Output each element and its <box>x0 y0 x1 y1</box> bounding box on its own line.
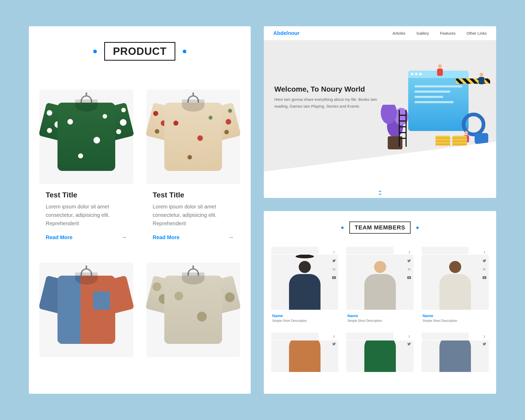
brand-logo[interactable]: Abdelnour <box>273 30 300 36</box>
member-desc: Simple Short Description <box>423 319 488 323</box>
social-links: f <box>482 334 487 346</box>
facebook-icon[interactable]: f <box>332 334 336 339</box>
team-heading: TEAM MEMBERS <box>271 222 489 234</box>
nav-link-other[interactable]: Other Links <box>466 31 487 35</box>
arrow-right-icon: → <box>228 234 234 241</box>
product-image <box>39 262 133 357</box>
dot-icon <box>93 50 97 53</box>
team-heading-text: TEAM MEMBERS <box>349 222 411 234</box>
linkedin-icon[interactable]: in <box>407 267 412 271</box>
nav-links: Articles Gallery Features Other Links <box>392 31 487 35</box>
photo-back-block <box>346 247 393 254</box>
member-photo <box>422 255 489 310</box>
navbar: Abdelnour Articles Gallery Features Othe… <box>264 26 496 40</box>
facebook-icon[interactable]: f <box>407 250 412 255</box>
read-more-link[interactable]: Read More → <box>153 234 234 241</box>
social-links: f <box>332 334 336 346</box>
hero-title: Welcome, To Noury World <box>274 85 379 93</box>
member-name: Name <box>347 313 412 318</box>
chevron-down-icon[interactable]: ⌄⌄ <box>377 190 383 195</box>
youtube-icon[interactable] <box>332 275 336 280</box>
linkedin-icon[interactable]: in <box>482 267 487 271</box>
social-links: f <box>407 334 412 346</box>
facebook-icon[interactable]: f <box>482 250 487 255</box>
products-panel: PRODUCT Test Title Lorem ipsum dolor sit… <box>29 26 251 394</box>
hero-subtitle: Here Iam gonna share everything about my… <box>274 96 379 109</box>
team-panel: TEAM MEMBERS f in <box>264 211 496 394</box>
twitter-icon[interactable] <box>332 342 336 346</box>
member-photo <box>346 255 413 310</box>
product-card[interactable]: Test Title Lorem ipsum dolor sit amet co… <box>39 90 133 248</box>
team-member-card[interactable]: f in Name Simple Short Description <box>422 247 489 324</box>
team-member-card[interactable]: f <box>271 333 338 372</box>
member-photo <box>422 340 489 372</box>
facebook-icon[interactable]: f <box>332 250 336 255</box>
nav-link-features[interactable]: Features <box>440 31 455 35</box>
photo-back-block <box>271 247 318 254</box>
member-photo <box>271 340 338 372</box>
product-image <box>39 90 133 184</box>
product-image <box>146 262 240 357</box>
photo-back-block <box>346 333 393 340</box>
member-name: Name <box>423 313 488 318</box>
product-grid: Test Title Lorem ipsum dolor sit amet co… <box>39 90 240 357</box>
member-name: Name <box>272 313 337 318</box>
product-title: Test Title <box>153 191 234 199</box>
social-links: f in <box>482 250 487 280</box>
product-desc: Lorem ipsum dolor sit amet consectetur, … <box>153 202 234 228</box>
arrow-right-icon: → <box>121 234 127 241</box>
member-photo <box>271 255 338 310</box>
products-heading: PRODUCT <box>39 42 240 61</box>
team-member-card[interactable]: f in Name Simple Short Description <box>271 247 338 324</box>
twitter-icon[interactable] <box>332 258 336 263</box>
twitter-icon[interactable] <box>407 342 412 346</box>
product-desc: Lorem ipsum dolor sit amet consectetur, … <box>46 202 127 228</box>
hero-illustration <box>379 63 492 155</box>
team-member-card[interactable]: f <box>422 333 489 372</box>
facebook-icon[interactable]: f <box>482 334 487 339</box>
social-links: f in <box>332 250 336 280</box>
hero-body: Welcome, To Noury World Here Iam gonna s… <box>264 40 496 172</box>
twitter-icon[interactable] <box>407 258 412 263</box>
member-desc: Simple Short Description <box>272 319 337 323</box>
product-card[interactable] <box>39 262 133 357</box>
linkedin-icon[interactable]: in <box>332 267 336 271</box>
dot-icon <box>183 50 186 53</box>
product-card[interactable] <box>146 262 240 357</box>
dot-icon <box>416 227 419 229</box>
read-more-label: Read More <box>46 234 72 240</box>
hero-panel: Abdelnour Articles Gallery Features Othe… <box>264 26 496 198</box>
photo-back-block <box>422 247 469 254</box>
products-heading-text: PRODUCT <box>104 42 175 61</box>
youtube-icon[interactable] <box>482 275 487 280</box>
twitter-icon[interactable] <box>482 342 487 346</box>
product-card[interactable]: Test Title Lorem ipsum dolor sit amet co… <box>146 90 240 248</box>
member-photo <box>346 340 413 372</box>
facebook-icon[interactable]: f <box>407 334 412 339</box>
read-more-link[interactable]: Read More → <box>46 234 127 241</box>
team-grid: f in Name Simple Short Description <box>271 247 489 372</box>
product-image <box>146 90 240 184</box>
twitter-icon[interactable] <box>482 258 487 263</box>
read-more-label: Read More <box>153 234 180 240</box>
product-title: Test Title <box>46 191 127 199</box>
youtube-icon[interactable] <box>407 275 412 280</box>
team-member-card[interactable]: f in Name Simple Short Description <box>346 247 413 324</box>
member-desc: Simple Short Description <box>347 319 412 323</box>
photo-back-block <box>422 333 469 340</box>
social-links: f in <box>407 250 412 280</box>
photo-back-block <box>271 333 318 340</box>
team-member-card[interactable]: f <box>346 333 413 372</box>
nav-link-gallery[interactable]: Gallery <box>417 31 429 35</box>
nav-link-articles[interactable]: Articles <box>392 31 405 35</box>
dot-icon <box>341 227 344 229</box>
